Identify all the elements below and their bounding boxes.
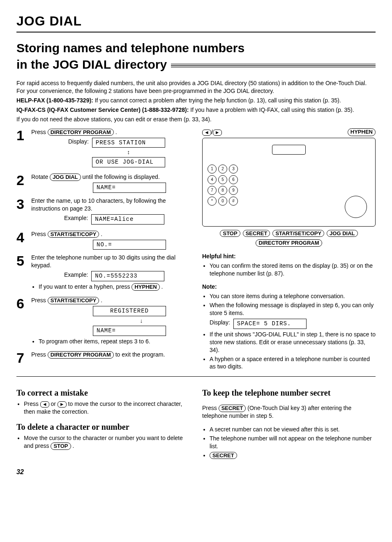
hyphen-button-label: HYPHEN [348,128,376,136]
example-label: Example: [64,214,88,222]
help-fax-text: If you cannot correct a problem after tr… [95,97,341,104]
help-fax-label: HELP-FAX (1-800-435-7329): [16,97,93,104]
step-number: 6 [16,296,27,347]
step-text: Press [31,231,48,237]
intro-block: For rapid access to frequently dialed nu… [16,79,376,123]
device-illustration: 123 456 789 *0# [202,138,376,227]
footer-item: Press SECRET (One-Touch Dial key 3) afte… [202,404,376,420]
device-keypad: 123 456 789 *0# [208,164,370,206]
step-text: Press [31,351,48,358]
device-button-labels: STOP SECRET START/SET/COPY JOG DIAL DIRE… [202,230,376,247]
steps-column: 1 Press DIRECTORY PROGRAM . Display: PRE… [16,128,190,373]
step-text: until the following is displayed. [82,174,159,180]
lcd-display: NO.= [93,240,166,250]
hint-item: You can confirm the stored items on the … [210,262,376,278]
section-header: JOG DIAL [16,12,376,32]
footer-item: The telephone number will not appear on … [210,435,376,450]
cursor-right-icon: ► [58,401,67,408]
step-text: Press [31,297,48,303]
title-rule [171,64,376,67]
note-item: If the unit shows "JOG-DIAL FULL" in ste… [210,331,376,354]
stop-button: STOP [51,442,71,450]
note-item: A hyphen or a space entered in a telepho… [210,355,376,371]
step-number: 3 [16,197,27,226]
footer-item: Move the cursor to the character or numb… [24,434,190,450]
note-item: When the following message is displayed … [210,301,376,329]
secret-heading: To keep the telephone number secret [202,387,376,398]
step-number: 5 [16,254,27,292]
footer-item: Press ◄ or ► to move the cursor to the i… [24,400,190,416]
jog-dial-button: JOG DIAL [50,174,81,181]
footer-item: SECRET [210,452,376,459]
delete-char-heading: To delete a character or number [16,422,190,433]
helpful-hint-heading: Helpful hint: [202,252,376,260]
step-text: to exit the program. [115,351,165,358]
start-set-copy-button: START/SET/COPY [48,297,99,304]
start-set-copy-button: START/SET/COPY [48,231,99,238]
arrow-updown-icon: ↕ [92,148,165,156]
secret-button: SECRET [210,452,237,459]
page-title-line1: Storing names and telephone numbers [16,41,376,56]
intro-p1: For rapid access to frequently dialed nu… [16,79,376,95]
secret-button: SECRET [219,405,246,412]
cursor-left-icon: ◄ [202,130,211,136]
page-title-line2: in the JOG DIAL directory [16,57,167,72]
page-number: 32 [16,468,376,477]
stop-button-label: STOP [220,230,240,237]
cursor-left-icon: ◄ [40,401,49,408]
step-text: Enter the name, up to 10 characters, by … [31,197,166,212]
step-bullet: If you want to enter a hyphen, press HYP… [39,283,190,291]
hyphen-button: HYPHEN [131,283,159,291]
lcd-display: NAME=Alice [91,214,164,225]
cursor-right-icon: ► [213,130,222,136]
right-column: ◄/► HYPHEN 123 456 789 *0# STOP SECRET S… [202,128,376,373]
correct-mistake-heading: To correct a mistake [16,387,190,398]
display-label: Display: [210,319,230,327]
step-number: 7 [16,351,27,365]
directory-program-button: DIRECTORY PROGRAM [48,129,114,136]
iqfax-label: IQ-FAX-CS (IQ-FAX Customer Service Cente… [16,107,189,113]
footer-item: A secret number can not be viewed after … [210,426,376,433]
step-number: 4 [16,230,27,250]
example-label: Example: [64,271,88,279]
note-heading: Note: [202,283,376,291]
lcd-display: PRESS STATION [92,138,165,148]
lcd-display: REGISTERED [93,306,166,316]
step-bullet: To program other items, repeat steps 3 t… [39,338,190,345]
jog-dial-icon [345,196,367,218]
secret-button-label: SECRET [243,230,270,237]
start-set-copy-button-label: START/SET/COPY [272,230,324,237]
step-text: Enter the telephone number up to 30 digi… [31,254,175,269]
directory-program-button: DIRECTORY PROGRAM [48,351,114,359]
step-number: 2 [16,173,27,193]
intro-p4: If you do not need the above stations, y… [16,116,376,123]
step-text: Rotate [31,174,50,180]
jog-dial-button-label: JOG DIAL [327,230,357,237]
step-number: 1 [16,128,27,169]
iqfax-text: If you have a problem with IQ-FAX, call … [190,107,354,113]
step-text: Press [31,129,48,135]
separator [16,376,376,377]
lcd-display: NO.=5552233 [91,271,164,281]
lcd-display: NAME= [93,183,166,193]
directory-program-button-label: DIRECTORY PROGRAM [256,239,322,247]
display-label: Display: [68,138,89,146]
arrow-down-icon: ↓ [93,317,190,325]
lcd-display: SPACE= 5 DIRS. [233,319,307,329]
lcd-display: NAME= [93,326,166,336]
lcd-display: OR USE JOG-DIAL [92,157,165,167]
note-item: You can store items during a telephone c… [210,292,376,300]
device-screen [272,145,306,155]
